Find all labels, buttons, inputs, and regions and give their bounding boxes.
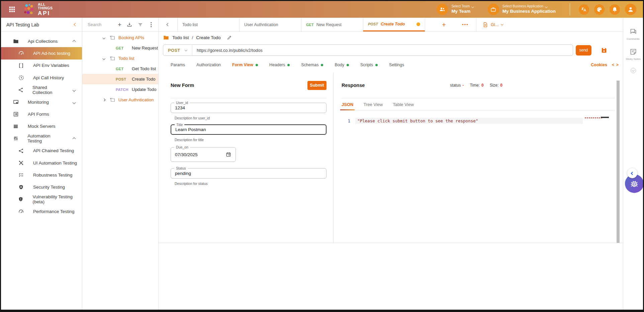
tab-overflow-menu-button[interactable]: ••• bbox=[455, 22, 476, 27]
chevron-down-icon[interactable] bbox=[103, 57, 105, 60]
response-tab-tree-view[interactable]: Tree View bbox=[363, 102, 383, 107]
calendar-icon[interactable] bbox=[225, 151, 232, 158]
subtab-authorization[interactable]: Authorization bbox=[196, 63, 221, 67]
response-tab-json[interactable]: JSON bbox=[342, 102, 353, 107]
tree-folder-user-authntication[interactable]: User Authntication bbox=[82, 95, 158, 105]
editor-minimap[interactable] bbox=[585, 116, 609, 118]
sidebar-item-security-testing[interactable]: Security Testing bbox=[1, 181, 82, 193]
field-user-id[interactable]: User_id 1234 bbox=[171, 103, 327, 113]
rail-collapse-button[interactable] bbox=[631, 68, 636, 73]
chevron-up-icon[interactable] bbox=[73, 137, 76, 140]
subtab-scripts[interactable]: Scripts bbox=[360, 63, 378, 67]
field-due-on[interactable]: Due_on 07/30/2025 bbox=[171, 147, 236, 162]
notifications-button[interactable] bbox=[610, 4, 620, 15]
sidebar-item-api-collections[interactable]: Api Collections bbox=[1, 35, 82, 47]
tab-label: Todo list bbox=[182, 22, 198, 27]
panel-expand-button[interactable] bbox=[627, 168, 637, 178]
rename-pencil-icon[interactable] bbox=[226, 35, 232, 40]
response-scrollbar[interactable] bbox=[617, 81, 620, 243]
time-label: Time: bbox=[470, 83, 480, 88]
sidebar-item-api-chained-testing[interactable]: API Chained Testing bbox=[1, 145, 82, 157]
sidebar-item-monitoring[interactable]: Monitoring bbox=[1, 96, 82, 108]
sidebar-item-robustness-testing[interactable]: Robustness Testing bbox=[1, 169, 82, 181]
chevron-down-icon[interactable] bbox=[73, 101, 76, 104]
app-launcher-grid-icon[interactable] bbox=[8, 6, 16, 13]
theme-button[interactable] bbox=[594, 4, 605, 15]
field-value[interactable]: 1234 bbox=[175, 105, 185, 110]
send-button[interactable]: send bbox=[576, 45, 591, 56]
sidebar-item-ui-automation-testing[interactable]: UI Automation Testing bbox=[1, 157, 82, 169]
subtab-form-view[interactable]: Form View bbox=[232, 63, 258, 67]
sidebar-item-label: Api Collections bbox=[28, 39, 58, 44]
tab-create-todo[interactable]: POST Create Todo bbox=[363, 18, 425, 31]
more-options-kebab-icon[interactable]: ⋮ bbox=[148, 21, 154, 28]
tree-folder-todo-list[interactable]: Todo list bbox=[82, 53, 158, 64]
subtab-headers[interactable]: Headers bbox=[269, 63, 290, 67]
chevron-right-icon[interactable] bbox=[103, 99, 105, 101]
tree-request-create-todo[interactable]: POST Create Todo bbox=[82, 74, 158, 84]
response-body-line[interactable]: 1 "Please click submit button to see the… bbox=[342, 118, 615, 124]
chevron-down-icon[interactable] bbox=[103, 36, 105, 39]
sidebar-item-api-adhoc-testing[interactable]: API Ad-hoc testing bbox=[1, 47, 82, 59]
chevron-down-icon[interactable] bbox=[73, 89, 76, 92]
sidebar-item-api-env-variables[interactable]: API Env Variables bbox=[1, 60, 82, 72]
sidebar-item-api-call-history[interactable]: Api Call History bbox=[1, 72, 82, 84]
sidebar-item-mock-servers[interactable]: Mock Servers bbox=[1, 120, 82, 132]
language-button[interactable] bbox=[579, 4, 589, 15]
field-description: Description for status bbox=[175, 182, 327, 186]
business-application-selector[interactable]: Select Business Application My Business … bbox=[488, 4, 556, 15]
url-input[interactable]: https://gorest.co.in/public/v2/todos bbox=[192, 48, 263, 53]
tree-request-update-todo[interactable]: PATCH Update Todo bbox=[82, 84, 158, 95]
save-icon[interactable] bbox=[601, 47, 608, 54]
team-selector[interactable]: Select Team My Team bbox=[437, 4, 473, 15]
tree-folder-booking-apis[interactable]: Booking APIs bbox=[82, 32, 158, 43]
tree-request-new-request[interactable]: GET New Request bbox=[82, 43, 158, 53]
field-value[interactable]: 07/30/2025 bbox=[175, 152, 198, 157]
tab-todo-list[interactable]: Todo list bbox=[177, 18, 239, 31]
sidebar-item-shared-collection[interactable]: Shared Collection bbox=[1, 84, 82, 96]
comments-button[interactable]: Comments bbox=[627, 28, 640, 40]
code-snippet-toggle[interactable]: < > bbox=[612, 63, 619, 67]
field-value[interactable]: Learn Postman bbox=[175, 127, 206, 132]
method-badge: PATCH bbox=[116, 88, 132, 92]
method-dropdown[interactable]: POST bbox=[163, 45, 192, 56]
filter-icon[interactable] bbox=[137, 22, 143, 27]
field-value[interactable]: pending bbox=[175, 171, 191, 176]
profile-button[interactable] bbox=[625, 4, 636, 15]
subtab-params[interactable]: Params bbox=[171, 63, 185, 67]
sidebar-item-api-forms[interactable]: API Forms bbox=[1, 108, 82, 120]
sidebar-collapse-icon[interactable] bbox=[74, 23, 77, 26]
submit-button[interactable]: Submit bbox=[307, 81, 327, 90]
breadcrumb-folder[interactable]: Todo list bbox=[172, 35, 189, 40]
subtab-body[interactable]: Body bbox=[335, 63, 349, 67]
tabs-scroll-left-button[interactable] bbox=[159, 18, 177, 31]
environment-selector[interactable]: Gl... bbox=[476, 18, 509, 31]
size-value: 0 bbox=[500, 83, 502, 88]
import-icon[interactable] bbox=[126, 22, 132, 28]
chevron-up-icon[interactable] bbox=[73, 40, 76, 43]
search-input[interactable] bbox=[88, 22, 113, 27]
subtab-settings[interactable]: Settings bbox=[389, 63, 404, 67]
response-tab-table-view[interactable]: Table View bbox=[393, 102, 414, 107]
comments-label: Comments bbox=[627, 37, 640, 40]
sidebar-item-label: UI Automation Testing bbox=[33, 161, 77, 166]
tab-new-request[interactable]: GET New Request bbox=[301, 18, 363, 31]
tree-request-get-todo-list[interactable]: GET Get Todo list bbox=[82, 64, 158, 74]
sidebar-item-performance-testing[interactable]: Performance Testing bbox=[1, 205, 82, 217]
history-icon bbox=[18, 75, 24, 81]
new-tab-button[interactable]: + bbox=[425, 21, 455, 29]
shield-clock-icon bbox=[18, 184, 24, 190]
add-collection-button[interactable]: + bbox=[118, 21, 121, 28]
subtab-schemas[interactable]: Schemas bbox=[301, 63, 323, 67]
sidebar-item-automation-testing[interactable]: Automation Testing bbox=[1, 132, 82, 144]
tree-request-label: Update Todo bbox=[132, 87, 157, 92]
field-title[interactable]: Title Learn Postman bbox=[171, 124, 327, 135]
field-status[interactable]: Status pending bbox=[171, 168, 327, 179]
sticky-notes-button[interactable]: Sticky Notes bbox=[626, 48, 640, 61]
cookies-link[interactable]: Cookies bbox=[591, 63, 607, 67]
response-view-tabs: JSON Tree View Table View bbox=[342, 98, 615, 110]
minimap-slider[interactable] bbox=[601, 117, 609, 118]
tab-user-authntication[interactable]: User Authntication bbox=[239, 18, 301, 31]
response-title: Response bbox=[342, 83, 365, 88]
sidebar-item-vulnerability-testing[interactable]: Vulnerability Testing (beta) bbox=[1, 193, 82, 205]
